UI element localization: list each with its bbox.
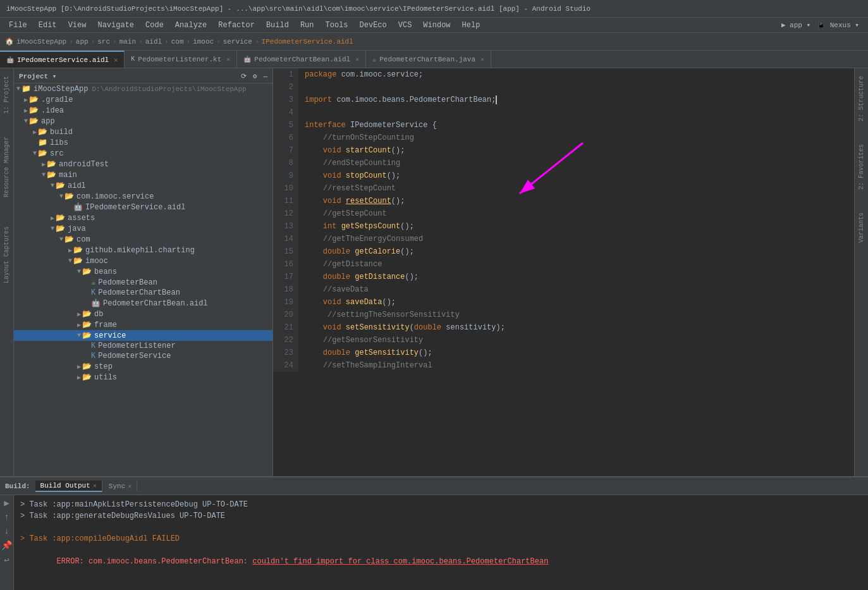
sidebar-layout-captures-label[interactable]: Layout Captures [1, 221, 12, 288]
tree-pedometerchartbean-kt[interactable]: ▶ K PedometerChartBean [14, 288, 272, 298]
tab-build-output[interactable]: Build Output ✕ [35, 481, 102, 492]
minimize-icon[interactable]: — [263, 73, 267, 80]
menu-deveco[interactable]: DevEco [355, 20, 392, 31]
tree-utils[interactable]: ▶ 📂 utils [14, 372, 272, 383]
nav-src[interactable]: src [97, 38, 110, 46]
tree-imooc[interactable]: ▼ 📂 imooc [14, 255, 272, 266]
tab-close-icon[interactable]: ✕ [480, 56, 484, 63]
tree-assets[interactable]: ▶ 📂 assets [14, 212, 272, 223]
code-line-23: double getSensitivity(); [305, 347, 854, 359]
sidebar-resource-manager-label[interactable]: Resource Manager [1, 132, 12, 202]
sidebar-project-label[interactable]: 1: Project [1, 71, 12, 119]
device-selector[interactable]: 📱 Nexus ▾ [817, 21, 859, 29]
tree-step[interactable]: ▶ 📂 step [14, 361, 272, 372]
menu-vcs[interactable]: VCS [393, 20, 417, 31]
tab-sync[interactable]: Sync ✕ [104, 481, 137, 491]
menu-run[interactable]: Run [295, 20, 319, 31]
settings-icon[interactable]: ⚙ [253, 72, 257, 80]
tree-pedometerservice[interactable]: ▶ K PedometerService [14, 351, 272, 361]
menu-code[interactable]: Code [140, 20, 169, 31]
right-side-panel: 2: Structure 2: Favorites Variants [854, 68, 868, 476]
tree-java[interactable]: ▼ 📂 java [14, 223, 272, 234]
tree-gradle[interactable]: ▶ 📂 .gradle [14, 94, 272, 105]
tab-pedometerchartbean-java[interactable]: ☕ PedometerChartBean.java ✕ [366, 51, 491, 68]
nav-imooc[interactable]: imooc [193, 38, 214, 46]
breadcrumb: 🏠 iMoocStepApp › app › src › main › aidl… [0, 33, 868, 51]
tree-label: main [59, 171, 77, 180]
menu-tools[interactable]: Tools [321, 20, 353, 31]
code-line-14: //getTheEnergyConsumed [305, 233, 854, 245]
tab-ipedometerservice-aidl[interactable]: 🤖 IPedometerService.aidl ✕ [0, 51, 125, 68]
menu-navigate[interactable]: Navigate [92, 20, 139, 31]
tree-service[interactable]: ▼ 📂 service [14, 330, 272, 341]
tree-aidl[interactable]: ▼ 📂 aidl [14, 180, 272, 191]
menu-window[interactable]: Window [418, 20, 455, 31]
kt-icon: K [131, 56, 135, 63]
tree-label: com.imooc.service [76, 192, 154, 201]
tab-close-icon[interactable]: ✕ [226, 56, 230, 63]
project-label: Project ▾ [19, 72, 56, 80]
tab-close-icon[interactable]: ✕ [355, 56, 359, 63]
tree-app[interactable]: ▼ 📂 app [14, 116, 272, 126]
nav-com[interactable]: com [171, 38, 184, 46]
code-content[interactable]: package com.imooc.service; import com.im… [298, 68, 854, 372]
tree-pedometerchartbean-aidl[interactable]: ▶ 🤖 PedometerChartBean.aidl [14, 298, 272, 309]
tab-pedometerchartbean-aidl[interactable]: 🤖 PedometerChartBean.aidl ✕ [237, 51, 366, 68]
tree-main[interactable]: ▼ 📂 main [14, 169, 272, 180]
tree-pedometerlistener[interactable]: ▶ K PedometerListener [14, 341, 272, 351]
nav-icon: 🏠 [5, 37, 14, 46]
tree-frame[interactable]: ▶ 📂 frame [14, 319, 272, 330]
tree-root[interactable]: ▼ 📁 iMoocStepApp D:\AndroidStudioProject… [14, 83, 272, 94]
build-output-close[interactable]: ✕ [93, 482, 97, 489]
sidebar-structure-label[interactable]: 2: Structure [856, 71, 867, 126]
wrap-icon[interactable]: ↩ [4, 555, 9, 565]
menu-view[interactable]: View [63, 20, 92, 31]
tab-pedometerlistener-kt[interactable]: K PedometerListener.kt ✕ [125, 51, 237, 68]
menu-analyze[interactable]: Analyze [170, 20, 212, 31]
menu-help[interactable]: Help [457, 20, 486, 31]
code-line-19: void saveData(); [305, 296, 854, 309]
tree-db[interactable]: ▶ 📂 db [14, 309, 272, 319]
sidebar-favorites-label[interactable]: 2: Favorites [856, 139, 867, 195]
nav-app[interactable]: iMoocStepApp [16, 38, 66, 46]
tree-label: java [68, 224, 86, 233]
tree-build[interactable]: ▶ 📂 build [14, 126, 272, 137]
menu-file[interactable]: File [4, 20, 32, 31]
tree-androidtest[interactable]: ▶ 📂 androidTest [14, 159, 272, 169]
code-line-10: //resetStepCount [305, 182, 854, 195]
code-line-11: void resetCount(); [305, 195, 854, 207]
menu-build[interactable]: Build [261, 20, 294, 31]
menu-refactor[interactable]: Refactor [213, 20, 260, 31]
sync-close[interactable]: ✕ [128, 482, 131, 490]
nav-app-module[interactable]: app [76, 38, 89, 46]
tree-src[interactable]: ▼ 📂 src [14, 148, 272, 159]
play-icon[interactable]: ▶ [4, 498, 9, 508]
pin-icon[interactable]: 📌 [1, 540, 12, 551]
menu-edit[interactable]: Edit [34, 20, 62, 31]
project-tree: Project ▾ ⟳ ⚙ — ▼ 📁 iMoocStepApp D:\Andr… [14, 68, 273, 476]
tree-github-mikephil[interactable]: ▶ 📂 github.mikephil.charting [14, 245, 272, 255]
down-icon[interactable]: ↓ [4, 526, 9, 536]
nav-aidl[interactable]: aidl [145, 38, 162, 46]
up-icon[interactable]: ↑ [4, 512, 9, 522]
tab-label: IPedometerService.aidl [17, 56, 109, 64]
run-config-selector[interactable]: ▶ app ▾ [781, 21, 810, 29]
tree-beans[interactable]: ▼ 📂 beans [14, 266, 272, 277]
code-editor[interactable]: 12345 678910 1112131415 1617181920 21222… [273, 68, 854, 476]
nav-main[interactable]: main [119, 38, 136, 46]
tree-com-imooc-service[interactable]: ▼ 📂 com.imooc.service [14, 191, 272, 202]
sidebar-variants-label[interactable]: Variants [856, 207, 867, 248]
build-line-2: > Task :app:generateDebugResValues UP-TO… [20, 510, 862, 522]
tree-idea[interactable]: ▶ 📂 .idea [14, 105, 272, 116]
tree-pedometerbean[interactable]: ▶ ☕ PedometerBean [14, 277, 272, 288]
tree-libs[interactable]: ▶ 📁 libs [14, 137, 272, 148]
tree-label: app [41, 117, 55, 126]
tree-com[interactable]: ▼ 📂 com [14, 234, 272, 245]
tab-close-icon[interactable]: ✕ [114, 56, 118, 64]
tree-label: .idea [41, 106, 64, 115]
code-line-22: //getSensorSensitivity [305, 334, 854, 347]
code-line-4 [305, 106, 854, 119]
nav-service[interactable]: service [223, 38, 252, 46]
tree-ipedometerservice-aidl[interactable]: ▶ 🤖 IPedometerService.aidl [14, 202, 272, 212]
sync-icon[interactable]: ⟳ [241, 72, 247, 80]
